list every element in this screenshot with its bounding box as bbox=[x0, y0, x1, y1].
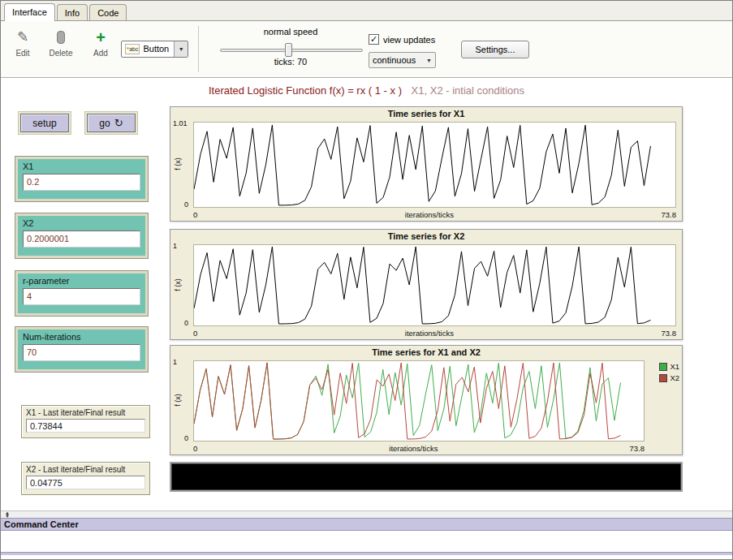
pencil-icon: ✎ bbox=[7, 28, 38, 46]
setup-button-frame: setup bbox=[18, 111, 71, 135]
x-max-tick: 73.8 bbox=[629, 444, 645, 453]
x-axis-label: iterations/ticks bbox=[405, 329, 454, 338]
y-axis-label: f (x) bbox=[174, 157, 182, 170]
y-min-tick: 0 bbox=[184, 434, 188, 442]
plot-x1-x2: Time series for X1 and X2 1 f (x) 0 0 it… bbox=[170, 345, 683, 455]
r-parameter-field[interactable]: 4 bbox=[23, 288, 140, 305]
plot-canvas bbox=[193, 122, 676, 208]
view-updates-label: view updates bbox=[383, 35, 435, 45]
plus-icon: + bbox=[85, 28, 116, 46]
tab-code[interactable]: Code bbox=[89, 4, 127, 20]
x-axis-label: iterations/ticks bbox=[405, 210, 454, 219]
x-max-tick: 73.8 bbox=[661, 210, 676, 219]
y-max-tick: 1.01 bbox=[173, 119, 188, 127]
toolbar-divider bbox=[198, 26, 199, 72]
y-max-tick: 1 bbox=[173, 242, 177, 250]
tab-interface[interactable]: Interface bbox=[4, 3, 55, 21]
ticks-counter: ticks: 70 bbox=[213, 57, 368, 67]
go-button[interactable]: go ↻ bbox=[87, 114, 136, 132]
y-max-tick: 1 bbox=[173, 358, 177, 366]
monitor-x1-final: X1 - Last iterate/Final result 0.73844 bbox=[21, 405, 150, 438]
plot-x2: Time series for X2 1 f (x) 0 0 iteration… bbox=[170, 229, 683, 340]
x-min-tick: 0 bbox=[193, 210, 197, 219]
command-center-header[interactable]: Command Center bbox=[1, 518, 732, 531]
input-x1: X1 0.2 bbox=[15, 157, 148, 201]
plot-legend: X1 X2 bbox=[659, 362, 679, 385]
y-axis-label: f (x) bbox=[174, 394, 182, 407]
legend-item-x2: X2 bbox=[659, 373, 679, 382]
edit-button[interactable]: ✎ Edit bbox=[7, 28, 38, 58]
add-button[interactable]: + Add bbox=[85, 28, 116, 58]
delete-button[interactable]: Delete bbox=[45, 28, 76, 58]
tab-bar: Interface Info Code bbox=[1, 1, 732, 21]
tab-info[interactable]: Info bbox=[57, 4, 88, 20]
eraser-icon bbox=[45, 28, 76, 46]
input-x2: X2 0.2000001 bbox=[15, 213, 148, 258]
speed-label: normal speed bbox=[213, 27, 368, 37]
x2-field[interactable]: 0.2000001 bbox=[23, 230, 140, 248]
input-r-parameter: r-parameter 4 bbox=[15, 271, 148, 316]
command-center-input[interactable] bbox=[1, 555, 732, 559]
y-min-tick: 0 bbox=[184, 319, 188, 327]
chevron-down-icon: ▼ bbox=[426, 58, 432, 63]
y-min-tick: 0 bbox=[184, 200, 188, 209]
command-center-output bbox=[1, 531, 732, 552]
chevron-down-icon[interactable]: ▼ bbox=[174, 41, 188, 57]
x1-pen-swatch bbox=[659, 363, 667, 371]
x-max-tick: 73.8 bbox=[661, 329, 676, 338]
netlogo-window: Interface Info Code ✎ Edit Delete + Add … bbox=[0, 0, 733, 560]
x-axis-label: iterations/ticks bbox=[389, 444, 438, 453]
x-min-tick: 0 bbox=[193, 444, 197, 453]
speed-slider-thumb[interactable] bbox=[285, 43, 292, 57]
monitor-x1-value: 0.73844 bbox=[26, 419, 145, 433]
view-updates-row: ✓ view updates bbox=[369, 34, 435, 45]
setup-button[interactable]: setup bbox=[20, 114, 69, 132]
model-title: Iterated Logistic Function f(x) = rx ( 1… bbox=[1, 84, 732, 97]
y-axis-label: f (x) bbox=[174, 278, 182, 291]
abc-icon: *abc bbox=[125, 44, 140, 54]
plot-canvas bbox=[193, 360, 645, 442]
legend-item-x1: X1 bbox=[659, 362, 679, 371]
plot-canvas bbox=[193, 244, 676, 326]
x-min-tick: 0 bbox=[193, 329, 197, 338]
x2-pen-swatch bbox=[659, 374, 667, 382]
settings-button[interactable]: Settings... bbox=[461, 41, 529, 58]
plot-x1: Time series for X1 1.01 f (x) 0 0 iterat… bbox=[170, 106, 683, 222]
world-view[interactable] bbox=[170, 462, 683, 492]
update-mode-dropdown[interactable]: continuous ▼ bbox=[369, 52, 436, 68]
widget-type-dropdown[interactable]: *abc Button ▼ bbox=[121, 41, 188, 58]
input-num-iterations: Num-iterations 70 bbox=[15, 327, 148, 372]
toolbar: ✎ Edit Delete + Add *abc Button ▼ normal… bbox=[1, 21, 732, 78]
num-iterations-field[interactable]: 70 bbox=[23, 344, 140, 361]
command-center-splitter[interactable]: ▲ ▼ bbox=[1, 510, 732, 518]
monitor-x2-final: X2 - Last iterate/Final result 0.04775 bbox=[21, 462, 150, 495]
forever-icon: ↻ bbox=[114, 118, 123, 128]
monitor-x2-value: 0.04775 bbox=[26, 476, 145, 489]
x1-field[interactable]: 0.2 bbox=[23, 174, 140, 191]
go-button-frame: go ↻ bbox=[84, 111, 138, 135]
view-updates-checkbox[interactable]: ✓ bbox=[369, 34, 379, 45]
